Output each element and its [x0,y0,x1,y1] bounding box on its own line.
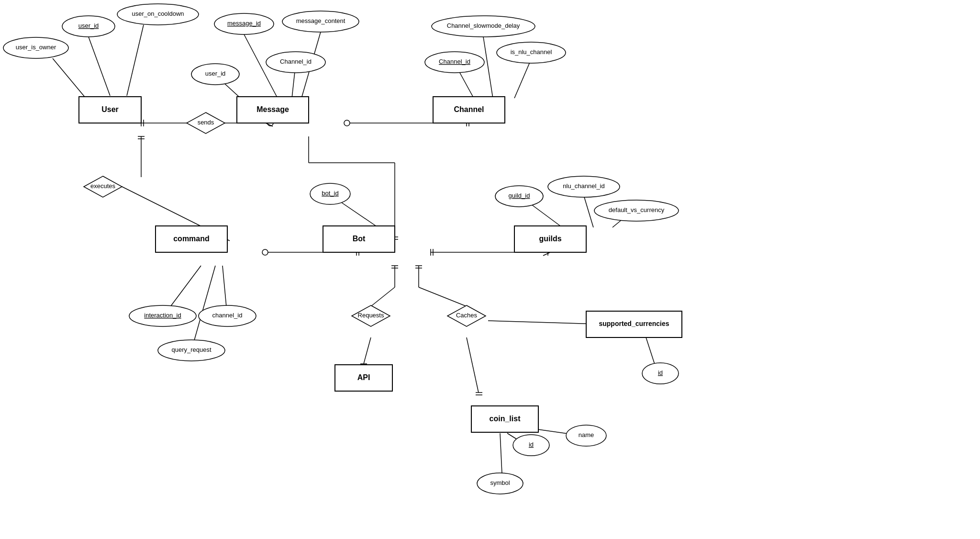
attr-message-id-label: message_id [227,20,261,27]
entity-channel-label: Channel [454,105,484,113]
entity-coin-list-label: coin_list [490,415,521,423]
attr-is-nlu-channel-label: is_nlu_channel [511,48,552,56]
svg-line-51 [127,25,144,96]
attr-channel-slowmode-delay-label: Channel_slowmode_delay [447,22,520,29]
svg-line-50 [89,37,110,96]
attr-channel-id-channel-label: Channel_id [439,58,470,65]
rel-executes-label: executes [90,182,116,190]
attr-symbol-coin-list-label: symbol [490,479,510,486]
attr-user-id-label: user_id [78,22,99,29]
attr-nlu-channel-id-label: nlu_channel_id [563,182,604,190]
attr-interaction-id-label: interaction_id [144,312,181,319]
svg-line-57 [483,37,493,98]
attr-channel-id-msg-label: Channel_id [280,58,312,65]
rel-requests-label: Requests [358,312,384,319]
attr-message-content-label: message_content [296,17,345,24]
attr-channel-id-command-label: channel_id [212,312,243,319]
er-diagram: User Message Channel command Bot guilds … [0,0,980,539]
entity-api-label: API [357,373,370,382]
attr-default-vs-currency-label: default_vs_currency [609,206,665,213]
entity-command-label: command [173,235,210,243]
entity-message-label: Message [256,105,289,113]
entity-bot-label: Bot [353,235,366,243]
svg-point-23 [262,249,268,255]
attr-name-coin-list-label: name [579,431,594,438]
entity-guilds-label: guilds [539,235,561,243]
rel-caches-label: Caches [456,312,478,319]
attr-id-coin-list-label: id [529,441,534,448]
svg-line-33 [371,287,395,306]
svg-line-40 [419,287,467,306]
attr-guild-id-label: guild_id [509,192,530,199]
attr-user-on-cooldown-label: user_on_cooldown [132,10,184,17]
svg-line-30 [543,252,550,256]
svg-line-36 [364,337,371,364]
entity-user-label: User [101,105,119,113]
attr-bot-id-label: bot_id [322,190,338,197]
entity-supported-currencies-label: supported_currencies [599,320,669,327]
rel-sends-label: sends [198,119,214,126]
attr-query-request-label: query_request [171,346,211,353]
svg-line-46 [488,321,598,324]
attr-id-supported-currencies-label: id [658,369,663,376]
attr-user-id-msg-label: user_id [205,70,226,77]
svg-point-8 [344,120,350,126]
svg-line-43 [467,337,479,393]
diagram-svg: User Message Channel command Bot guilds … [0,0,980,539]
attr-user-is-owner-label: user_is_owner [16,44,56,51]
